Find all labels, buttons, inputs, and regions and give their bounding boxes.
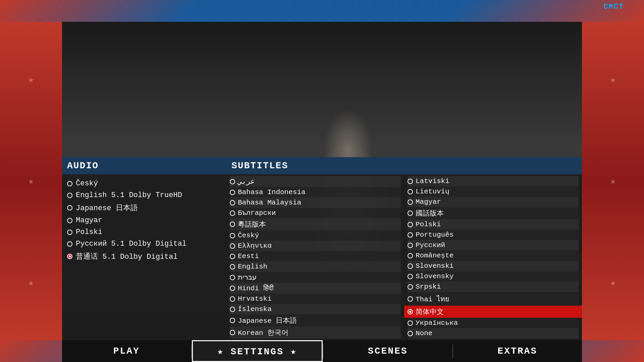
radio-sub-croatian[interactable] — [230, 296, 235, 302]
sub-item-russian[interactable]: Русский — [408, 240, 579, 250]
sub-label-serbian: Srpski — [416, 283, 441, 291]
radio-sub-mandarin-trad[interactable] — [408, 210, 413, 216]
sub-item-magyar[interactable]: Magyar — [408, 197, 579, 207]
sub-item-bulgarian[interactable]: Български — [230, 208, 401, 218]
audio-label-russian: Русский 5.1 Dolby Digital — [76, 240, 186, 248]
radio-mandarin[interactable] — [67, 254, 72, 259]
radio-sub-bahasa-mal[interactable] — [230, 200, 235, 205]
radio-sub-magyar[interactable] — [408, 199, 413, 205]
settings-button[interactable]: ★ SETTINGS ★ — [192, 340, 323, 362]
sub-label-english: English — [238, 263, 267, 270]
radio-sub-arabic[interactable] — [230, 179, 235, 184]
radio-sub-portuguese[interactable] — [408, 232, 413, 238]
star-deco: ★ — [585, 277, 641, 288]
sub-item-bahasa-mal[interactable]: Bahasa Malaysia — [230, 197, 401, 208]
radio-magyar[interactable] — [67, 218, 72, 223]
radio-sub-bulgarian[interactable] — [230, 210, 235, 216]
audio-item-english[interactable]: English 5.1 Dolby TrueHD — [67, 189, 223, 201]
radio-sub-slovenian[interactable] — [408, 263, 413, 269]
sub-item-slovak[interactable]: Slovensky — [408, 271, 579, 282]
radio-sub-lithuanian[interactable] — [408, 189, 413, 194]
radio-sub-ukrainian[interactable] — [408, 320, 413, 326]
radio-sub-thai[interactable] — [408, 296, 413, 302]
audio-item-russian[interactable]: Русский 5.1 Dolby Digital — [67, 238, 223, 250]
sub-label-hindi: Hindi हिंदी — [238, 284, 274, 292]
audio-item-polski[interactable]: Polski — [67, 226, 223, 238]
radio-cesky[interactable] — [67, 181, 72, 186]
sub-item-ukrainian[interactable]: Українська — [408, 318, 579, 328]
audio-list: Český English 5.1 Dolby TrueHD Japanese … — [62, 176, 226, 266]
sub-item-slovenian[interactable]: Slovenski — [408, 261, 579, 271]
sub-item-hindi[interactable]: Hindi हिंदी — [230, 283, 401, 294]
radio-polski[interactable] — [67, 230, 72, 235]
audio-label-polski: Polski — [76, 228, 102, 236]
sub-item-icelandic[interactable]: Íslenska — [230, 304, 401, 314]
audio-item-mandarin[interactable]: 普通话 5.1 Dolby Digital — [67, 250, 223, 263]
radio-sub-english[interactable] — [230, 264, 235, 269]
audio-label-magyar: Magyar — [76, 216, 102, 225]
radio-sub-latvian[interactable] — [408, 179, 413, 184]
radio-sub-polish[interactable] — [408, 222, 413, 227]
radio-sub-russian[interactable] — [408, 243, 413, 248]
radio-russian[interactable] — [67, 241, 72, 247]
sub-label-cantonese: 粵話版本 — [238, 220, 266, 229]
radio-sub-serbian[interactable] — [408, 284, 413, 290]
sub-label-polish: Polski — [416, 221, 441, 228]
scenes-button[interactable]: SCENES — [323, 340, 452, 362]
radio-english[interactable] — [67, 193, 72, 198]
radio-japanese[interactable] — [67, 205, 72, 210]
radio-sub-korean[interactable] — [230, 330, 235, 335]
radio-sub-simplified-chinese[interactable] — [408, 309, 413, 314]
subtitles-col-1: عربي Bahasa Indonesia Bahasa Malaysia — [226, 174, 404, 340]
sub-label-mandarin-trad: 國話版本 — [416, 208, 444, 218]
sub-item-korean[interactable]: Korean 한국어 — [230, 326, 401, 339]
left-sidebar: ★ ★ ★ — [0, 22, 62, 340]
sub-item-eesti[interactable]: Eesti — [230, 251, 401, 261]
sub-item-lithuanian[interactable]: Lietuvių — [408, 186, 579, 197]
play-button[interactable]: PLAY — [62, 340, 191, 362]
radio-sub-japanese[interactable] — [230, 318, 235, 323]
sub-item-hebrew[interactable]: עברית — [230, 272, 401, 283]
audio-item-cesky[interactable]: Český — [67, 178, 223, 189]
sub-item-croatian[interactable]: Hrvatski — [230, 294, 401, 304]
sub-item-simplified-chinese[interactable]: 简体中文 — [404, 306, 582, 318]
radio-sub-cantonese[interactable] — [230, 222, 235, 227]
audio-item-magyar[interactable]: Magyar — [67, 215, 223, 226]
sub-label-russian: Русский — [416, 241, 445, 249]
sub-item-english[interactable]: English — [230, 261, 401, 272]
sub-item-portuguese[interactable]: Português — [408, 230, 579, 240]
radio-sub-icelandic[interactable] — [230, 307, 235, 312]
sub-item-bahasa-indo[interactable]: Bahasa Indonesia — [230, 187, 401, 197]
radio-sub-none[interactable] — [408, 331, 413, 336]
radio-sub-hindi[interactable] — [230, 286, 235, 291]
sub-item-latvian[interactable]: Latviski — [408, 176, 579, 186]
radio-sub-cesky[interactable] — [230, 233, 235, 238]
audio-item-japanese[interactable]: Japanese 日本語 — [67, 201, 223, 215]
extras-button[interactable]: EXTRAS — [453, 340, 582, 362]
sub-item-thai[interactable]: Thai ไทย — [408, 292, 579, 306]
sub-item-mandarin-trad[interactable]: 國話版本 — [408, 207, 579, 219]
sub-item-none[interactable]: None — [408, 328, 579, 339]
radio-sub-bahasa-indo[interactable] — [230, 190, 235, 195]
star-deco: ★ — [585, 175, 641, 187]
radio-sub-greek[interactable] — [230, 243, 235, 249]
sub-item-polish[interactable]: Polski — [408, 219, 579, 230]
sub-item-greek[interactable]: Ελληνικα — [230, 241, 401, 251]
sub-item-romanian[interactable]: Românește — [408, 250, 579, 261]
subtitles-header: SUBTITLES — [226, 157, 582, 174]
sub-item-cesky[interactable]: Český — [230, 230, 401, 241]
sub-item-serbian[interactable]: Srpski — [408, 282, 579, 292]
sub-label-hebrew: עברית — [238, 273, 257, 282]
radio-sub-romanian[interactable] — [408, 253, 413, 258]
sub-item-cantonese[interactable]: 粵話版本 — [230, 218, 401, 230]
audio-header: AUDIO — [62, 157, 226, 174]
movie-thumbnail: AUDIO Český English 5.1 Dolby TrueHD Jap… — [62, 22, 582, 340]
sub-item-arabic[interactable]: عربي — [230, 176, 401, 187]
sub-label-bahasa-indo: Bahasa Indonesia — [238, 188, 306, 196]
sub-label-thai: Thai ไทย — [416, 293, 449, 304]
sub-label-ukrainian: Українська — [416, 319, 458, 327]
sub-item-japanese[interactable]: Japanese 日本語 — [230, 314, 401, 326]
radio-sub-eesti[interactable] — [230, 254, 235, 259]
radio-sub-slovak[interactable] — [408, 274, 413, 279]
radio-sub-hebrew[interactable] — [230, 275, 235, 280]
